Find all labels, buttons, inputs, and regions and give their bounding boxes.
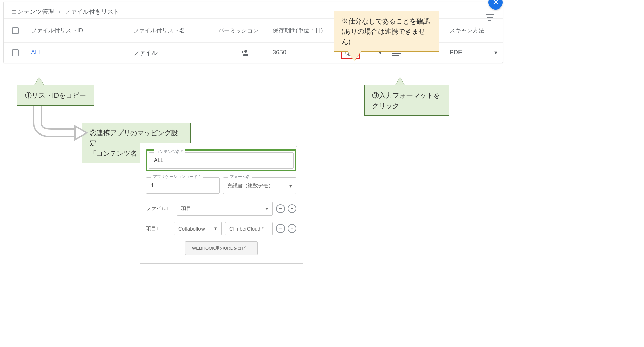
row-id[interactable]: ALL (31, 49, 133, 56)
item-row: 項目1 Collaboflow ▾ ClimberCloud * − + (146, 222, 296, 235)
svg-rect-1 (487, 17, 493, 18)
note-callout: ※仕分なしであることを確認 (ありの場合は連携できません) (334, 11, 439, 52)
step3-line2: クリック (372, 100, 441, 111)
row-permission[interactable] (218, 49, 273, 56)
form-name-value: 稟議書（複数デモ） (227, 183, 273, 189)
item-left-select[interactable]: Collaboflow ▾ (174, 222, 222, 235)
step1-text: ①リストIDをコピー (25, 92, 86, 99)
item-left-value: Collaboflow (178, 226, 205, 232)
svg-marker-6 (75, 126, 87, 140)
col-name: ファイル付リスト名 (133, 27, 218, 34)
chevron-down-icon: ▾ (214, 225, 217, 232)
file-remove-button[interactable]: − (276, 204, 285, 213)
remove-icon: − (279, 206, 282, 212)
row-name: ファイル (133, 49, 218, 57)
add-icon: + (290, 206, 293, 212)
form-name-label: フォーム名 (228, 174, 252, 180)
copy-webhook-url-button[interactable]: WEBHOOK用のURLをコピー (185, 241, 258, 255)
filter-icon (486, 14, 494, 21)
col-permission: パーミッション (218, 27, 273, 34)
close-icon: ✕ (493, 0, 499, 7)
content-name-label: コンテンツ名 * (154, 149, 185, 155)
item-remove-button[interactable]: − (276, 224, 285, 233)
col-id: ファイル付リストID (31, 27, 133, 34)
step3-line1: ③入力フォーマットを (372, 90, 441, 100)
file-row: ファイル1 項目 ▾ − + (146, 202, 296, 216)
svg-rect-5 (242, 51, 243, 53)
remove-icon: − (279, 225, 282, 232)
svg-rect-0 (486, 14, 494, 15)
col-retention: 保存期間(単位：日) (273, 27, 341, 34)
row-scan-method[interactable]: PDF ▾ (450, 49, 504, 57)
svg-point-3 (244, 50, 247, 53)
row-retention: 3650 (273, 49, 341, 56)
note-line1: ※仕分なしであることを確認 (341, 16, 431, 26)
form-name-select[interactable]: 稟議書（複数デモ） ▾ (223, 177, 296, 194)
filter-button[interactable] (486, 14, 494, 22)
note-line2: (ありの場合は連携できません) (341, 26, 431, 47)
item-right-value: ClimberCloud * (229, 226, 264, 232)
item-add-button[interactable]: + (288, 224, 296, 233)
content-name-highlight: コンテンツ名 * (146, 149, 296, 171)
breadcrumb-separator: › (58, 8, 60, 15)
breadcrumb-current: ファイル付きリスト (64, 7, 119, 16)
chevron-down-icon: ▾ (494, 49, 497, 57)
scan-method-value: PDF (450, 49, 462, 56)
file-row-label: ファイル1 (146, 205, 173, 212)
file-item-select[interactable]: 項目 ▾ (177, 202, 273, 216)
mapping-form-panel: ˄ コンテンツ名 * アプリケーションコード * フォーム名 稟議書（複数デモ）… (140, 143, 303, 264)
add-icon: + (290, 225, 293, 232)
chevron-down-icon: ▾ (265, 206, 268, 212)
breadcrumb-root[interactable]: コンテンツ管理 (11, 7, 54, 16)
flow-arrow (27, 106, 88, 144)
chevron-down-icon: ▾ (289, 183, 292, 189)
collapse-toggle[interactable]: ˄ (295, 145, 298, 151)
col-scan-method: スキャン方法 (450, 27, 504, 34)
chevron-up-icon: ˄ (295, 145, 298, 151)
file-item-placeholder: 項目 (181, 205, 191, 212)
item-row-label: 項目1 (146, 225, 171, 232)
item-right-input[interactable]: ClimberCloud * (225, 222, 273, 235)
select-all-checkbox[interactable] (12, 27, 19, 34)
svg-rect-2 (488, 20, 491, 21)
app-code-input[interactable] (146, 177, 220, 194)
app-code-label: アプリケーションコード * (151, 174, 203, 180)
step1-callout: ①リストIDをコピー (17, 85, 94, 106)
person-add-icon (241, 49, 250, 56)
step3-callout: ③入力フォーマットを クリック (364, 85, 449, 116)
file-add-button[interactable]: + (288, 204, 296, 213)
row-checkbox[interactable] (12, 49, 19, 56)
content-name-input[interactable] (149, 152, 294, 169)
